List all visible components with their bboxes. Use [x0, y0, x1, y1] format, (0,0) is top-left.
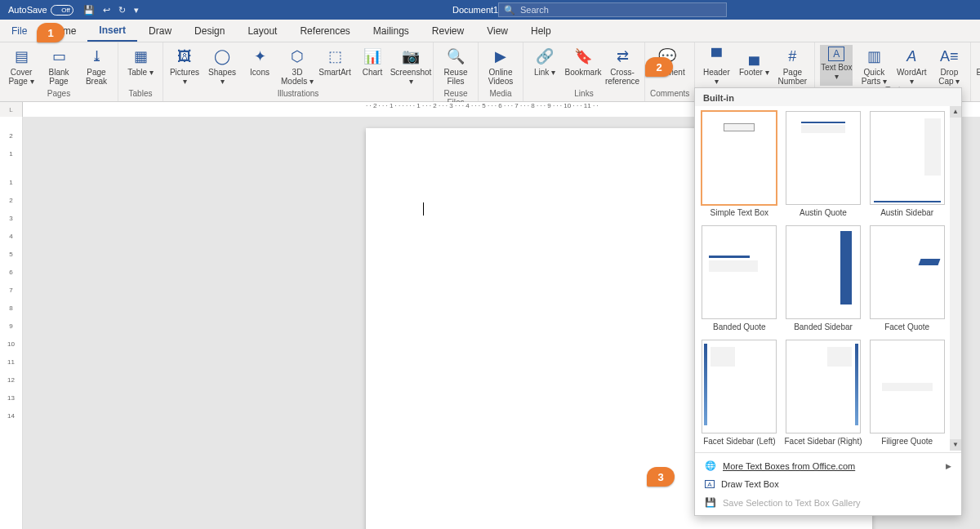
- scroll-up-icon[interactable]: ▲: [950, 106, 961, 118]
- gallery-header: Built-in: [695, 88, 961, 106]
- chart-button[interactable]: 📊Chart: [356, 45, 389, 89]
- smartart-button[interactable]: ⬚SmartArt: [318, 45, 351, 89]
- wordart-button[interactable]: AWordArt ▾: [895, 45, 928, 86]
- tab-draw[interactable]: Draw: [137, 20, 183, 42]
- dropcap-icon: A≡: [939, 47, 959, 66]
- quick-access-toolbar: 💾 ↩ ↻ ▾: [83, 5, 139, 16]
- chart-icon: 📊: [363, 47, 382, 66]
- ruler-corner: L: [0, 102, 23, 117]
- smartart-icon: ⬚: [325, 47, 345, 66]
- header-icon: ▀: [706, 47, 726, 66]
- shapes-icon: ◯: [212, 47, 232, 66]
- cover-page-icon: ▤: [11, 47, 31, 66]
- icons-icon: ✦: [250, 47, 270, 66]
- gallery-item-banded-quote[interactable]: Banded Quote: [700, 225, 779, 336]
- tab-mailings[interactable]: Mailings: [362, 20, 421, 42]
- equation-button[interactable]: πEquation ▾: [976, 45, 980, 89]
- page-break-button[interactable]: ⤓Page Break: [80, 45, 113, 89]
- group-symbols: πEquation ▾ ΩSymbol ▾ Symbols: [971, 42, 980, 101]
- cover-page-button[interactable]: ▤Cover Page ▾: [5, 45, 38, 89]
- gallery-item-austin-quote[interactable]: Austin Quote: [784, 111, 863, 222]
- video-icon: ▶: [491, 47, 510, 66]
- text-box-button[interactable]: AText Box ▾: [820, 45, 853, 86]
- tab-help[interactable]: Help: [519, 20, 563, 42]
- gallery-item-filigree-quote[interactable]: Filigree Quote: [867, 340, 947, 451]
- chevron-right-icon: ▶: [946, 462, 951, 470]
- xref-icon: ⇄: [612, 47, 632, 66]
- blank-page-icon: ▭: [49, 47, 69, 66]
- quick-parts-button[interactable]: ▥Quick Parts ▾: [858, 45, 890, 86]
- tab-file[interactable]: File: [0, 20, 38, 42]
- tab-view[interactable]: View: [475, 20, 519, 42]
- draw-textbox-icon: A: [705, 480, 715, 488]
- group-reuse: 🔍Reuse Files Reuse Files: [434, 42, 479, 101]
- online-videos-button[interactable]: ▶Online Videos: [483, 45, 518, 89]
- title-bar: AutoSave Off 💾 ↩ ↻ ▾ Document1 - Word 🔍 …: [0, 0, 980, 20]
- reuse-icon: 🔍: [446, 47, 466, 66]
- link-button[interactable]: 🔗Link ▾: [528, 45, 561, 89]
- search-input[interactable]: 🔍 Search: [498, 2, 727, 17]
- gallery-item-banded-sidebar[interactable]: Banded Sidebar: [784, 225, 863, 336]
- gallery-item-facet-quote[interactable]: Facet Quote: [867, 225, 947, 336]
- more-text-boxes-button[interactable]: 🌐 More Text Boxes from Office.com ▶: [695, 456, 961, 475]
- blank-page-button[interactable]: ▭Blank Page: [42, 45, 75, 89]
- drop-cap-button[interactable]: A≡Drop Cap ▾: [933, 45, 965, 86]
- screenshot-icon: 📷: [401, 47, 421, 66]
- save-icon[interactable]: 💾: [83, 5, 95, 16]
- textbox-icon: A: [828, 47, 844, 61]
- callout-1: 1: [37, 23, 65, 42]
- bookmark-icon: 🔖: [573, 47, 593, 66]
- callout-2: 2: [645, 57, 673, 77]
- tab-references[interactable]: References: [288, 20, 361, 42]
- reuse-files-button[interactable]: 🔍Reuse Files: [439, 45, 473, 89]
- screenshot-button[interactable]: 📷Screenshot ▾: [394, 45, 428, 89]
- icons-button[interactable]: ✦Icons: [243, 45, 276, 89]
- group-pages: ▤Cover Page ▾ ▭Blank Page ⤓Page Break Pa…: [0, 42, 118, 101]
- tab-review[interactable]: Review: [421, 20, 475, 42]
- cross-reference-button[interactable]: ⇄Cross-reference: [605, 45, 639, 89]
- gallery-item-austin-sidebar[interactable]: Austin Sidebar: [867, 111, 947, 222]
- globe-icon: 🌐: [705, 460, 716, 471]
- 3d-models-button[interactable]: ⬡3D Models ▾: [281, 45, 314, 89]
- shapes-button[interactable]: ◯Shapes ▾: [206, 45, 238, 89]
- pictures-button[interactable]: 🖼Pictures ▾: [168, 45, 201, 89]
- autosave-toggle[interactable]: AutoSave Off: [0, 5, 74, 16]
- save-gallery-icon: 💾: [705, 497, 716, 508]
- group-illustrations: 🖼Pictures ▾ ◯Shapes ▾ ✦Icons ⬡3D Models …: [163, 42, 434, 101]
- cube-icon: ⬡: [287, 47, 307, 66]
- gallery-item-simple-text-box[interactable]: Simple Text Box: [700, 111, 779, 222]
- undo-icon[interactable]: ↩: [103, 5, 110, 16]
- table-icon: ▦: [131, 47, 150, 66]
- gallery-item-facet-sidebar-right[interactable]: Facet Sidebar (Right): [784, 340, 863, 451]
- gallery-item-facet-sidebar-left[interactable]: Facet Sidebar (Left): [700, 340, 779, 451]
- pictures-icon: 🖼: [175, 47, 194, 66]
- scroll-down-icon[interactable]: ▼: [950, 439, 961, 451]
- tab-layout[interactable]: Layout: [236, 20, 288, 42]
- ribbon-tabs: File Home Insert Draw Design Layout Refe…: [0, 20, 980, 42]
- vertical-ruler[interactable]: 21 1234 5678 9101112 1314: [0, 117, 23, 529]
- redo-icon[interactable]: ↻: [118, 5, 126, 16]
- group-tables: ▦Table ▾ Tables: [118, 42, 163, 101]
- group-links: 🔗Link ▾ 🔖Bookmark ⇄Cross-reference Links: [523, 42, 645, 101]
- bookmark-button[interactable]: 🔖Bookmark: [566, 45, 600, 89]
- wordart-icon: A: [902, 47, 921, 66]
- pagenum-icon: #: [782, 47, 802, 66]
- quickparts-icon: ▥: [864, 47, 884, 66]
- save-selection-button: 💾 Save Selection to Text Box Gallery: [695, 493, 961, 512]
- callout-3: 3: [647, 467, 675, 487]
- text-cursor: [423, 202, 424, 216]
- tab-design[interactable]: Design: [183, 20, 236, 42]
- draw-text-box-button[interactable]: A Draw Text Box: [695, 475, 961, 493]
- table-button[interactable]: ▦Table ▾: [123, 45, 158, 89]
- gallery-scrollbar[interactable]: ▲ ▼: [950, 106, 961, 451]
- search-icon: 🔍: [504, 5, 515, 16]
- tab-insert[interactable]: Insert: [87, 20, 137, 42]
- link-icon: 🔗: [535, 47, 555, 66]
- qat-more-icon[interactable]: ▾: [134, 5, 139, 16]
- footer-icon: ▄: [744, 47, 764, 66]
- text-box-gallery: Built-in Simple Text Box Austin Quote Au…: [694, 87, 962, 516]
- page-break-icon: ⤓: [87, 47, 106, 66]
- group-media: ▶Online Videos Media: [479, 42, 523, 101]
